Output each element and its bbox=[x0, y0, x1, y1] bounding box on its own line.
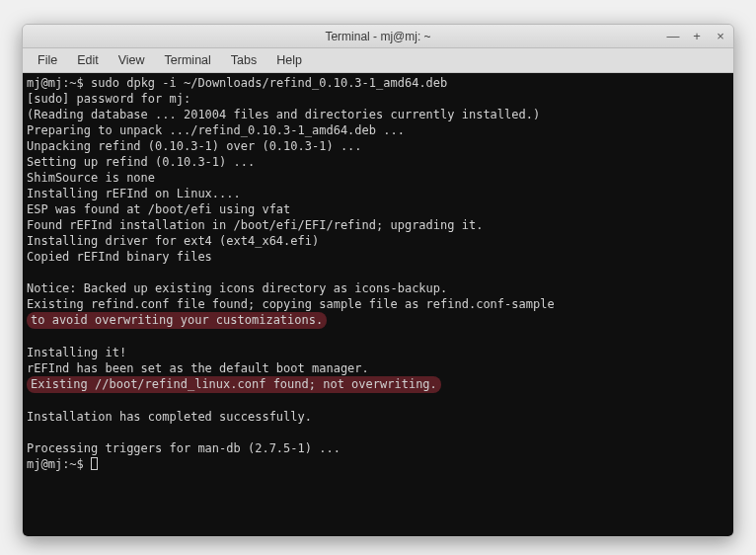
output-line: ShimSource is none bbox=[27, 170, 729, 186]
minimize-button[interactable]: — bbox=[666, 29, 680, 43]
prompt-line: mj@mj:~$ sudo dpkg -i ~/Downloads/refind… bbox=[27, 75, 729, 91]
command-text: sudo dpkg -i ~/Downloads/refind_0.10.3-1… bbox=[91, 76, 447, 90]
menu-file[interactable]: File bbox=[29, 50, 66, 70]
menu-edit[interactable]: Edit bbox=[68, 50, 108, 70]
output-line: Preparing to unpack .../refind_0.10.3-1_… bbox=[27, 122, 729, 138]
window-controls: — + × bbox=[666, 29, 727, 43]
menubar: File Edit View Terminal Tabs Help bbox=[23, 48, 733, 73]
maximize-button[interactable]: + bbox=[690, 29, 704, 43]
output-line: Installation has completed successfully. bbox=[27, 409, 729, 425]
highlight-line: Existing //boot/refind_linux.conf found;… bbox=[27, 376, 729, 393]
window-title: Terminal - mj@mj: ~ bbox=[325, 30, 430, 43]
output-line: Copied rEFInd binary files bbox=[27, 249, 729, 265]
output-line: Installing rEFInd on Linux.... bbox=[27, 186, 729, 201]
terminal-body[interactable]: mj@mj:~$ sudo dpkg -i ~/Downloads/refind… bbox=[23, 73, 733, 536]
output-line: Unpacking refind (0.10.3-1) over (0.10.3… bbox=[27, 138, 729, 154]
prompt-userhost: mj@mj bbox=[27, 457, 62, 471]
output-line: Found rEFInd installation in /boot/efi/E… bbox=[27, 217, 729, 233]
output-line bbox=[27, 329, 729, 345]
output-line: Processing triggers for man-db (2.7.5-1)… bbox=[27, 440, 729, 456]
output-line bbox=[27, 393, 729, 409]
close-button[interactable]: × bbox=[714, 29, 727, 43]
output-line: ESP was found at /boot/efi using vfat bbox=[27, 201, 729, 217]
highlight-text: Existing //boot/refind_linux.conf found;… bbox=[27, 376, 441, 393]
prompt-path: ~ bbox=[69, 457, 76, 471]
output-line: Installing it! bbox=[27, 345, 729, 360]
output-line: Setting up refind (0.10.3-1) ... bbox=[27, 154, 729, 170]
menu-tabs[interactable]: Tabs bbox=[222, 50, 265, 70]
output-line bbox=[27, 265, 729, 280]
terminal-window: Terminal - mj@mj: ~ — + × File Edit View… bbox=[22, 24, 734, 537]
prompt-line: mj@mj:~$ bbox=[27, 456, 729, 472]
output-line: Notice: Backed up existing icons directo… bbox=[27, 280, 729, 296]
output-line: rEFInd has been set as the default boot … bbox=[27, 360, 729, 376]
prompt-path: ~ bbox=[69, 76, 76, 90]
menu-help[interactable]: Help bbox=[267, 50, 311, 70]
titlebar[interactable]: Terminal - mj@mj: ~ — + × bbox=[23, 25, 733, 48]
highlight-line: to avoid overwriting your customizations… bbox=[27, 312, 729, 329]
output-line: [sudo] password for mj: bbox=[27, 91, 729, 107]
menu-view[interactable]: View bbox=[110, 50, 154, 70]
output-line: Installing driver for ext4 (ext4_x64.efi… bbox=[27, 233, 729, 249]
cursor-icon bbox=[91, 457, 98, 470]
output-line: (Reading database ... 201004 files and d… bbox=[27, 107, 729, 122]
output-line bbox=[27, 425, 729, 440]
prompt-userhost: mj@mj bbox=[27, 76, 62, 90]
output-line: Existing refind.conf file found; copying… bbox=[27, 296, 729, 312]
highlight-text: to avoid overwriting your customizations… bbox=[27, 312, 327, 329]
menu-terminal[interactable]: Terminal bbox=[156, 50, 220, 70]
